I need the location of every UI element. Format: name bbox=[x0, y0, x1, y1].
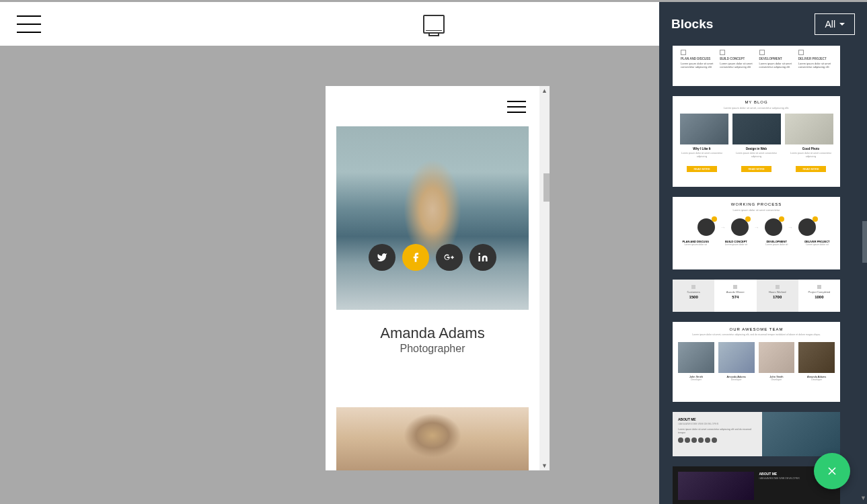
sidebar-title: Blocks bbox=[671, 17, 713, 32]
sidebar-scrollbar[interactable]: ▼ bbox=[862, 46, 867, 504]
facebook-icon[interactable] bbox=[402, 244, 429, 271]
feature-desc: Lorem ipsum dolor sit amet consectetur a… bbox=[720, 62, 753, 69]
process-heading: WORKING PROCESS bbox=[678, 202, 835, 206]
about-subtitle: I AM A AWESOME WEB DEVELOPER bbox=[678, 423, 757, 425]
counter-label: Awards Winner bbox=[717, 290, 753, 294]
feature-title: DELIVER PROJECT bbox=[798, 57, 832, 60]
preview-scroll-thumb[interactable] bbox=[543, 173, 550, 202]
linkedin-icon[interactable] bbox=[469, 244, 496, 271]
preview-scrollbar[interactable]: ▲ ▼ bbox=[539, 86, 550, 470]
sidebar-header: Blocks All bbox=[659, 2, 867, 46]
post-title: Good Photo bbox=[786, 147, 836, 151]
hamburger-icon[interactable] bbox=[17, 15, 41, 33]
social-buttons bbox=[369, 244, 496, 271]
counter-label: Project Completed bbox=[801, 290, 837, 294]
feature-title: PLAN AND DISCUSS bbox=[681, 57, 714, 60]
member-name: Amanda Adams bbox=[336, 325, 529, 342]
feature-desc: Lorem ipsum dolor sit amet consectetur a… bbox=[798, 62, 832, 69]
member-role: Developer bbox=[798, 378, 835, 381]
filter-dropdown[interactable]: All bbox=[815, 13, 855, 35]
member-role: Developer bbox=[759, 378, 795, 381]
team-member-card: Amanda Adams Photographer bbox=[336, 126, 529, 364]
about-desc: Lorem ipsum dolor sit amet consectetur a… bbox=[678, 428, 757, 435]
post-title: Why I Like It bbox=[677, 147, 727, 151]
close-icon bbox=[825, 464, 839, 478]
block-thumb-process[interactable]: WORKING PROCESS Lorem ipsum dolor sit am… bbox=[673, 197, 840, 269]
close-fab-button[interactable] bbox=[814, 453, 850, 489]
counter-value: 1000 bbox=[801, 295, 837, 299]
member-role: Developer bbox=[718, 378, 755, 381]
member-photo bbox=[336, 126, 529, 310]
blog-subtitle: Lorem ipsum dolor sit amet, consectetur … bbox=[677, 106, 836, 110]
scroll-down-icon[interactable]: ▼ bbox=[541, 462, 548, 469]
team-subtitle: Lorem ipsum dolor sit amet, consectetur … bbox=[678, 333, 835, 337]
counter-value: 1500 bbox=[675, 295, 712, 299]
process-subtitle: Lorem ipsum dolor sit amet consectetur bbox=[678, 208, 835, 212]
scroll-up-icon[interactable]: ▲ bbox=[541, 87, 548, 94]
post-title: Design in Web bbox=[731, 147, 782, 151]
twitter-icon[interactable] bbox=[369, 244, 395, 271]
block-thumb-about-light[interactable]: ABOUT ME I AM A AWESOME WEB DEVELOPER Lo… bbox=[673, 412, 840, 456]
google-plus-icon[interactable] bbox=[436, 244, 463, 271]
desktop-icon[interactable] bbox=[423, 15, 445, 34]
mobile-preview-frame: Amanda Adams Photographer ▲ ▼ bbox=[326, 86, 550, 470]
feature-title: DEVELOPMENT bbox=[759, 57, 793, 60]
feature-desc: Lorem ipsum dolor sit amet consectetur a… bbox=[759, 62, 793, 69]
read-more-button: READ MORE bbox=[741, 166, 771, 172]
scroll-down-icon[interactable]: ▼ bbox=[860, 495, 866, 501]
member-role: Developer bbox=[678, 378, 714, 381]
team-heading: OUR AWESOME TEAM bbox=[678, 327, 835, 331]
read-more-button: READ MORE bbox=[687, 166, 716, 172]
counter-label: Hours Worked bbox=[759, 290, 796, 294]
blocks-list[interactable]: PLAN AND DISCUSSLorem ipsum dolor sit am… bbox=[659, 46, 867, 504]
block-thumb-features[interactable]: PLAN AND DISCUSSLorem ipsum dolor sit am… bbox=[673, 46, 840, 86]
block-thumb-team[interactable]: OUR AWESOME TEAM Lorem ipsum dolor sit a… bbox=[673, 322, 840, 402]
counter-label: Customers bbox=[675, 290, 712, 294]
preview-viewport: Amanda Adams Photographer bbox=[326, 86, 539, 470]
blog-heading: MY BLOG bbox=[677, 100, 836, 104]
feature-desc: Lorem ipsum dolor sit amet consectetur a… bbox=[681, 62, 714, 69]
mobile-hamburger-icon[interactable] bbox=[507, 101, 526, 113]
blocks-sidebar: Blocks All PLAN AND DISCUSSLorem ipsum d… bbox=[659, 2, 867, 504]
block-thumb-blog[interactable]: MY BLOG Lorem ipsum dolor sit amet, cons… bbox=[673, 96, 840, 187]
counter-value: 574 bbox=[717, 295, 753, 299]
filter-label: All bbox=[825, 19, 835, 30]
block-thumb-counters[interactable]: Customers1500 Awards Winner574 Hours Wor… bbox=[673, 280, 840, 312]
read-more-button: READ MORE bbox=[796, 166, 825, 172]
counter-value: 1700 bbox=[759, 295, 796, 299]
sidebar-scroll-thumb[interactable] bbox=[862, 221, 867, 263]
feature-title: BUILD CONCEPT bbox=[720, 57, 753, 60]
member-role: Photographer bbox=[336, 343, 529, 355]
about-title: ABOUT ME bbox=[678, 417, 757, 421]
team-member-card-next bbox=[336, 407, 529, 470]
